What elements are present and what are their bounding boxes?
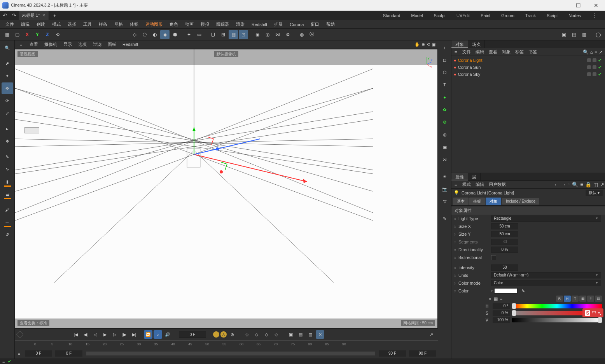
vp-menu-摄像机[interactable]: 摄像机 bbox=[41, 41, 60, 47]
settings-gear-icon[interactable]: ⚙ bbox=[283, 30, 292, 39]
layout-paint[interactable]: Paint bbox=[481, 13, 490, 18]
axis-y-button[interactable]: Y bbox=[33, 30, 42, 39]
menu-10[interactable]: 角色 bbox=[166, 21, 181, 28]
menu-12[interactable]: 模拟 bbox=[198, 21, 212, 28]
menu-2[interactable]: 创建 bbox=[33, 21, 48, 28]
history-icon[interactable]: ↺ bbox=[2, 229, 13, 240]
mode-h-button[interactable]: H bbox=[564, 296, 571, 302]
pan-view-icon[interactable]: ✋ bbox=[414, 42, 420, 47]
key-all-icon[interactable]: ▤ bbox=[296, 330, 305, 339]
spline-prim-icon[interactable]: ● bbox=[439, 92, 450, 103]
sound-icon[interactable]: ♪ bbox=[154, 330, 162, 339]
work-plane-icon[interactable]: ⊞ bbox=[219, 30, 228, 39]
timeline-expand-icon[interactable]: ↗ bbox=[427, 330, 435, 339]
vp-menu-过滤[interactable]: 过滤 bbox=[90, 41, 105, 47]
move-tool-icon[interactable]: ✥ bbox=[2, 82, 13, 94]
sizey-input[interactable]: 50 cm bbox=[491, 231, 518, 237]
vp-menu-查看[interactable]: 查看 bbox=[26, 41, 41, 47]
om-menu-查看[interactable]: 查看 bbox=[486, 49, 500, 55]
layout-nodes[interactable]: Nodes bbox=[568, 13, 581, 18]
layout-model[interactable]: Model bbox=[411, 13, 423, 18]
menu-0[interactable]: 文件 bbox=[2, 21, 17, 28]
record-key-icon[interactable] bbox=[213, 331, 219, 338]
attr-subtab-3[interactable]: Include / Exclude bbox=[502, 198, 539, 205]
goto-start-icon[interactable]: |◀ bbox=[72, 330, 80, 339]
menu-9[interactable]: 运动图形 bbox=[142, 21, 166, 28]
ime-indicator[interactable]: S 中•, bbox=[582, 308, 603, 317]
key-pos-icon[interactable]: ◇ bbox=[243, 330, 251, 339]
key-options-icon[interactable]: ⊛ bbox=[228, 330, 236, 339]
material-icon[interactable]: ✎ bbox=[439, 213, 450, 224]
object-tree[interactable]: ●Corona Light✔●Corona Sun✔●Corona Sky✔ bbox=[451, 56, 605, 173]
layer-dot-icon[interactable] bbox=[587, 58, 591, 62]
attr-menu-icon[interactable]: ≡ bbox=[452, 182, 459, 188]
attr-fwd-icon[interactable]: → bbox=[561, 182, 566, 187]
scene-icon[interactable]: ▽ bbox=[439, 196, 450, 207]
om-expand-icon[interactable]: ↗ bbox=[599, 49, 603, 55]
cursor-icon[interactable]: ⬈ bbox=[2, 58, 13, 69]
menu-19[interactable]: 帮助 bbox=[323, 21, 338, 28]
color-expand-icon[interactable]: ▾ bbox=[491, 289, 493, 293]
attr-back-icon[interactable]: ← bbox=[554, 182, 559, 187]
cube-wire-icon[interactable]: ⬠ bbox=[140, 30, 149, 39]
v-input[interactable]: 100 % bbox=[493, 317, 510, 323]
light-icon[interactable]: ☀ bbox=[439, 171, 450, 182]
mode-t-button[interactable]: T bbox=[572, 296, 579, 302]
render-region-icon[interactable]: ◎ bbox=[263, 30, 272, 39]
scale-tool-icon[interactable]: ⤢ bbox=[2, 107, 13, 119]
placement-icon[interactable]: ▸ bbox=[2, 123, 13, 135]
extrude-icon[interactable]: ⬓ bbox=[2, 188, 13, 200]
light-type-select[interactable]: Rectangle▼ bbox=[491, 215, 601, 222]
attr-tab-1[interactable]: 层 bbox=[468, 173, 481, 180]
vp-menu-面板[interactable]: 面板 bbox=[105, 41, 119, 47]
om-menu-icon[interactable]: ≡ bbox=[452, 49, 459, 55]
timeline-icon[interactable]: ▥ bbox=[579, 30, 589, 39]
vis-dot-icon[interactable] bbox=[593, 72, 596, 76]
bidir-checkbox[interactable] bbox=[491, 255, 496, 260]
obj-tab-0[interactable]: 对象 bbox=[451, 40, 468, 48]
color-wheel-icon[interactable]: ● bbox=[489, 296, 491, 301]
menu-11[interactable]: 动画 bbox=[182, 21, 197, 28]
status-menu-icon[interactable]: ≡ bbox=[2, 359, 5, 364]
intensity-input[interactable]: 50 bbox=[491, 264, 518, 271]
symmetry-icon[interactable]: ⋈ bbox=[273, 30, 282, 39]
menu-5[interactable]: 工具 bbox=[80, 21, 95, 28]
maximize-view-icon[interactable]: ▣ bbox=[432, 42, 435, 47]
audio-icon[interactable]: 🔊 bbox=[163, 330, 172, 339]
vis-dot-icon[interactable] bbox=[593, 65, 596, 69]
attr-menu-用户数据[interactable]: 用户数据 bbox=[486, 181, 508, 187]
om-menu-编辑[interactable]: 编辑 bbox=[473, 49, 486, 55]
search-icon[interactable]: 🔍 bbox=[2, 42, 13, 54]
layout-more-icon[interactable]: ⋮ bbox=[592, 12, 598, 19]
new-tab-button[interactable]: + bbox=[49, 11, 60, 20]
light-object-icon[interactable] bbox=[24, 127, 39, 133]
material-manager-icon[interactable]: ▤ bbox=[569, 30, 579, 39]
key-rot-icon[interactable]: ◇ bbox=[262, 330, 271, 339]
picture-viewer-icon[interactable]: ▣ bbox=[559, 30, 568, 39]
menu-18[interactable]: 窗口 bbox=[308, 21, 322, 28]
asset-browser-icon[interactable]: Ⓐ bbox=[307, 30, 316, 39]
attr-filter-icon[interactable]: ≡ bbox=[580, 182, 583, 187]
spline-pen-icon[interactable]: ✎ bbox=[2, 151, 13, 163]
vis-dot-icon[interactable] bbox=[593, 58, 596, 62]
viewport-camera-label[interactable]: 默认摄像机 bbox=[214, 51, 238, 57]
render-view-icon[interactable]: ◉ bbox=[253, 30, 262, 39]
cube-shaded-icon[interactable]: ⬢ bbox=[170, 30, 180, 39]
key-sel-icon[interactable]: ▣ bbox=[287, 330, 295, 339]
volume-icon[interactable]: ▣ bbox=[439, 142, 450, 152]
obj-row-Corona-Sky[interactable]: ●Corona Sky✔ bbox=[451, 71, 605, 78]
range-end-input[interactable]: 90 F bbox=[409, 350, 436, 357]
reset-layout-icon[interactable]: ▦ bbox=[2, 30, 12, 39]
layout-standard[interactable]: Standard bbox=[383, 13, 400, 18]
text-icon[interactable]: T bbox=[439, 79, 450, 90]
document-tab[interactable]: 未标题 1* ✕ bbox=[19, 11, 49, 20]
attr-tab-0[interactable]: 属性 bbox=[451, 173, 468, 180]
obj-tab-1[interactable]: 场次 bbox=[468, 40, 485, 48]
bound-icon[interactable]: ▭ bbox=[194, 30, 204, 39]
om-search-icon[interactable]: 🔍 bbox=[583, 49, 589, 55]
menu-15[interactable]: Redshift bbox=[248, 21, 270, 28]
globe-icon[interactable]: ◯ bbox=[593, 30, 603, 39]
layout-script[interactable]: Script bbox=[547, 13, 558, 18]
prev-frame-icon[interactable]: ◁ bbox=[91, 330, 100, 339]
magnet-icon[interactable]: ⋃ bbox=[208, 30, 218, 39]
